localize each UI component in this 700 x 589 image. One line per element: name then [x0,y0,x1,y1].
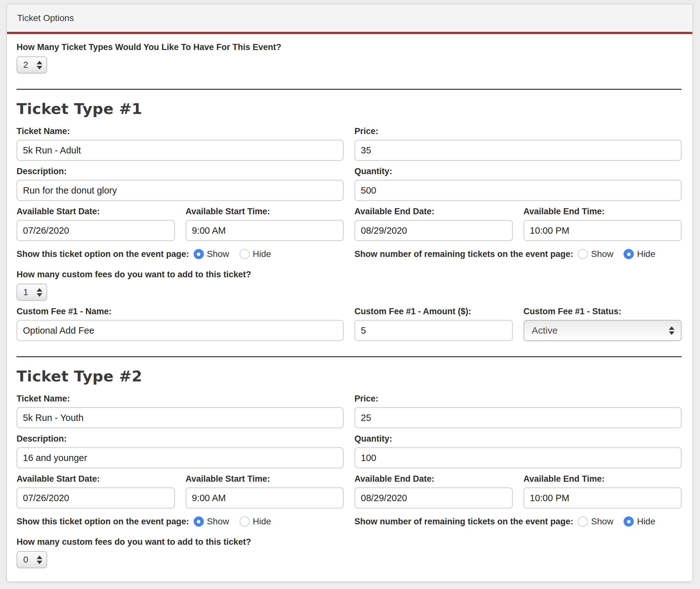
ticket-2-custom-fee-count-select[interactable]: 0 [17,551,47,568]
description-label: Description: [17,166,344,177]
ticket-1-quantity-input[interactable] [354,180,682,201]
ticket-2-price-input[interactable] [354,407,682,428]
ticket-1-show-option-hide-radio[interactable] [239,249,250,259]
ticket-1-show-remaining-group: Show number of remaining tickets on the … [354,249,682,259]
ticket-1-show-remaining-show-radio[interactable] [578,249,588,259]
select-arrows-icon [669,326,675,335]
panel-title: Ticket Options [17,13,74,23]
available-start-date-label: Available Start Date: [17,473,175,484]
price-label: Price: [354,393,682,404]
ticket-2-quantity-input[interactable] [354,447,682,468]
ticket-2-heading: Ticket Type #2 [17,367,682,386]
ticket-count-value: 2 [23,60,28,70]
available-end-date-label: Available End Date: [354,206,513,217]
ticket-1-custom-fee-count-select[interactable]: 1 [17,284,47,301]
ticket-1-custom-fee-name-input[interactable] [17,320,344,341]
hide-radio-caption[interactable]: Hide [637,249,655,259]
ticket-2-show-option-group: Show this ticket option on the event pag… [17,516,344,527]
show-radio-caption[interactable]: Show [207,249,229,259]
ticket-2-show-option-hide-radio[interactable] [239,517,250,527]
available-start-date-label: Available Start Date: [17,206,175,217]
ticket-1-start-time-input[interactable] [186,220,344,241]
ticket-count-select[interactable]: 2 [17,56,47,73]
hide-radio-caption[interactable]: Hide [253,249,271,259]
price-label: Price: [354,126,682,137]
ticket-1-description-input[interactable] [17,180,344,201]
show-radio-caption[interactable]: Show [591,517,614,527]
quantity-label: Quantity: [354,433,682,444]
show-ticket-option-label: Show this ticket option on the event pag… [17,516,189,527]
ticket-1-end-date-input[interactable] [354,220,513,241]
ticket-1-name-input[interactable] [17,140,344,161]
ticket-2-show-remaining-hide-radio[interactable] [624,517,634,527]
ticket-1-show-remaining-hide-radio[interactable] [624,249,634,259]
ticket-1-heading: Ticket Type #1 [17,99,682,118]
ticket-1-custom-fees-question: How many custom fees do you want to add … [17,269,682,280]
ticket-2-show-remaining-group: Show number of remaining tickets on the … [354,516,682,527]
hide-radio-caption[interactable]: Hide [253,517,271,527]
panel-body: How Many Ticket Types Would You Like To … [7,34,692,581]
ticket-name-label: Ticket Name: [17,393,344,404]
ticket-1-show-option-group: Show this ticket option on the event pag… [17,249,344,259]
section-divider [17,356,682,357]
select-arrows-icon [37,61,42,69]
ticket-1-price-input[interactable] [354,140,682,161]
ticket-options-panel: Ticket Options How Many Ticket Types Wou… [6,4,693,582]
custom-fee-1-name-label: Custom Fee #1 - Name: [17,306,344,317]
custom-fee-1-amount-label: Custom Fee #1 - Amount ($): [354,306,513,317]
show-radio-caption[interactable]: Show [207,517,229,527]
ticket-2-show-remaining-show-radio[interactable] [578,517,588,527]
select-arrows-icon [37,556,42,564]
show-radio-caption[interactable]: Show [591,249,614,259]
ticket-2-end-date-input[interactable] [354,487,513,509]
select-arrows-icon [37,288,42,297]
section-divider [17,89,682,90]
available-start-time-label: Available Start Time: [186,473,344,484]
available-start-time-label: Available Start Time: [186,206,344,217]
description-label: Description: [17,433,344,444]
ticket-2-end-time-input[interactable] [524,487,682,509]
hide-radio-caption[interactable]: Hide [637,517,655,527]
ticket-2-name-input[interactable] [17,407,344,428]
show-remaining-label: Show number of remaining tickets on the … [354,516,573,527]
ticket-1-start-date-input[interactable] [17,220,175,241]
show-remaining-label: Show number of remaining tickets on the … [354,249,573,259]
available-end-time-label: Available End Time: [524,206,682,217]
ticket-1-custom-fee-status-value: Active [532,325,558,336]
ticket-1-end-time-input[interactable] [524,220,682,241]
ticket-name-label: Ticket Name: [17,126,344,137]
ticket-1-custom-fee-count-value: 1 [23,287,28,298]
ticket-2-section: Ticket Type #2 Ticket Name: Price: Descr… [17,367,682,568]
ticket-1-section: Ticket Type #1 Ticket Name: Price: Descr… [17,99,682,341]
panel-header: Ticket Options [7,4,692,32]
ticket-2-description-input[interactable] [17,447,344,468]
ticket-2-custom-fee-count-value: 0 [23,555,28,565]
ticket-2-custom-fees-question: How many custom fees do you want to add … [17,537,682,547]
ticket-2-start-time-input[interactable] [186,487,344,509]
quantity-label: Quantity: [354,166,682,177]
ticket-1-custom-fee-amount-input[interactable] [354,320,513,341]
ticket-2-show-option-show-radio[interactable] [194,517,204,527]
ticket-count-question: How Many Ticket Types Would You Like To … [17,42,682,52]
show-ticket-option-label: Show this ticket option on the event pag… [17,249,189,259]
ticket-1-custom-fee-status-select[interactable]: Active [524,320,682,341]
accent-bar [7,32,692,34]
ticket-2-start-date-input[interactable] [17,487,175,509]
ticket-1-show-option-show-radio[interactable] [194,249,204,259]
available-end-date-label: Available End Date: [354,473,513,484]
custom-fee-1-status-label: Custom Fee #1 - Status: [524,306,682,317]
available-end-time-label: Available End Time: [524,473,682,484]
